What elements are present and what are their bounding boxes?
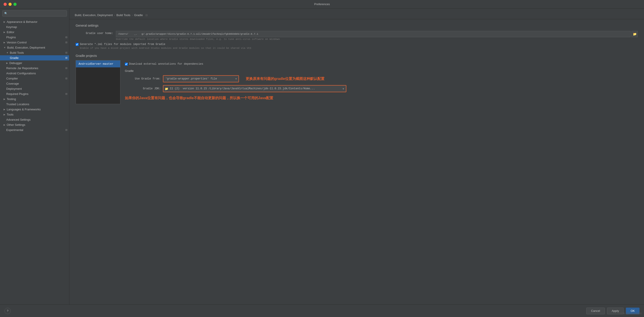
sidebar-item-experimental[interactable]: Experimental ⊟ [0,127,69,133]
sidebar-item-deployment[interactable]: Deployment [0,86,69,91]
use-gradle-from-label: Use Gradle from: [125,77,161,80]
annotation-2-text: 如果你的Java位置有问题，也会导致gradle不能自动更新的问题，所以换一个可… [125,96,633,101]
sidebar-item-tools[interactable]: ▶ Tools [0,112,69,117]
gradle-projects-title: Gradle projects [76,54,638,58]
gradle-user-home-input-row: 📁 [116,31,638,37]
arrow-icon: ▶ [4,113,5,116]
arrow-icon: ▶ [4,31,5,33]
project-item-androidserver[interactable]: AndroidServer-master [76,61,120,67]
settings-icon: ⊟ [65,56,67,59]
main-container: 🔍 ▶ Appearance & Behavior Keymap ▶ Edito… [0,9,644,304]
sidebar-item-label: Gradle [10,56,18,60]
search-icon: 🔍 [4,12,8,15]
content-header: Build, Execution, Deployment › Build Too… [69,9,644,19]
sidebar-item-label: Coverage [6,82,19,85]
gradle-user-home-input[interactable] [116,31,630,37]
sidebar-item-languages[interactable]: ▶ Languages & Frameworks [0,107,69,112]
arrow-icon: ▶ [4,98,5,100]
generate-iml-label: Generate *.iml files for modules importe… [80,43,165,46]
sidebar-item-advanced-settings[interactable]: Advanced Settings [0,117,69,122]
sidebar-item-label: Compiler [6,77,18,80]
sidebar-item-debugger[interactable]: ▶ Debugger [0,61,69,66]
generate-iml-row: Generate *.iml files for modules importe… [76,43,638,46]
project-settings: Download external annotations for depend… [120,60,638,104]
annotation-1-text: 更换原来有问题的gradle位置为截图这种默认配置 [246,77,324,81]
sidebar-item-testing[interactable]: ▶ Testing [0,97,69,102]
breadcrumb-part-2: Build Tools [116,14,130,17]
sidebar-item-other-settings[interactable]: ▶ Other Settings [0,122,69,127]
gradle-jdk-input[interactable] [163,86,346,92]
settings-icon: ⊟ [65,41,67,44]
gradle-user-home-hint: Override the default location where Grad… [116,38,638,41]
use-gradle-from-select[interactable]: 'gradle-wrapper.properties' file Gradle … [163,76,238,82]
sidebar-item-build-execution[interactable]: ▼ Build, Execution, Deployment [0,45,69,50]
window-title: Preferences [314,3,330,6]
sidebar-item-editor[interactable]: ▶ Editor [0,30,69,35]
content-area: Build, Execution, Deployment › Build Too… [69,9,644,304]
use-gradle-from-row: Use Gradle from: 'gradle-wrapper.propert… [125,75,633,82]
sidebar-item-plugins[interactable]: Plugins ⊟ [0,35,69,40]
gradle-jdk-row: Gradle JDK: 📁 ▾ [125,85,633,92]
search-box[interactable]: 🔍 [2,10,67,17]
sidebar-item-label: Deployment [6,87,22,90]
arrow-icon: ▶ [6,62,8,64]
download-annotations-label: Download external annotations for depend… [129,63,203,66]
sidebar-item-trusted-locations[interactable]: Trusted Locations [0,102,69,107]
gradle-jdk-dropdown-btn[interactable]: ▾ [340,86,346,92]
sidebar-item-gradle[interactable]: Gradle ⊟ [0,55,69,61]
sidebar-item-keymap[interactable]: Keymap [0,25,69,30]
sidebar-item-compiler[interactable]: Compiler ⊟ [0,76,69,81]
sidebar-item-label: Experimental [6,128,23,132]
settings-icon: ⊟ [65,129,67,131]
sidebar-item-label: Android Configurations [6,72,36,75]
sidebar-item-label: Debugger [10,61,22,65]
sidebar-item-label: Remote Jar Repositories [6,67,38,70]
minimize-button[interactable] [8,3,12,6]
sidebar-item-version-control[interactable]: ▶ Version Control ⊟ [0,40,69,45]
search-input[interactable] [9,12,65,15]
settings-icon: ⊟ [65,93,67,95]
gradle-user-home-label: Gradle user home: [76,31,116,35]
sidebar-item-remote-jar[interactable]: Remote Jar Repositories ⊟ [0,66,69,71]
breadcrumb-sep-1: › [114,14,115,17]
arrow-icon: ▶ [4,124,5,126]
sidebar-item-label: Build Tools [10,51,24,54]
sidebar-item-label: Testing [7,97,16,101]
download-annotations-checkbox[interactable] [125,63,128,66]
gradle-user-home-row: Gradle user home: 📁 Override the default… [76,31,638,41]
generate-iml-section: Generate *.iml files for modules importe… [76,43,638,50]
sidebar-item-appearance[interactable]: ▶ Appearance & Behavior [0,19,69,25]
sidebar-item-android-config[interactable]: Android Configurations [0,71,69,76]
gradle-user-home-browse-btn[interactable]: 📁 [632,31,638,37]
title-bar: Preferences [0,0,644,9]
gradle-projects-section: Gradle projects AndroidServer-master Dow… [76,54,638,104]
close-button[interactable] [4,3,7,6]
sidebar-item-label: Other Settings [7,123,25,127]
general-settings-title: General settings [76,24,638,27]
breadcrumb-part-3: Gradle [134,14,143,17]
arrow-icon: ▼ [4,46,6,49]
sidebar-item-coverage[interactable]: Coverage [0,81,69,86]
generate-iml-hint: Enable if you have a mixed project with … [80,47,638,50]
sidebar-item-label: Advanced Settings [6,118,30,121]
generate-iml-checkbox[interactable] [76,43,78,46]
gradle-sub-title: Gradle [125,69,633,73]
sidebar-item-build-tools[interactable]: ▼ Build Tools ⊟ [0,50,69,55]
sidebar-item-label: Build, Execution, Deployment [7,46,45,49]
arrow-icon: ▶ [4,21,5,23]
maximize-button[interactable] [14,3,16,6]
gradle-subsection: Gradle Use Gradle from: 'gradle-wrapper.… [125,69,633,101]
sidebar-item-label: Plugins [6,36,16,39]
sidebar-item-required-plugins[interactable]: Required Plugins ⊟ [0,91,69,97]
sidebar-item-label: Trusted Locations [6,103,29,106]
bottom-bar: ? Cancel Apply OK [0,304,644,317]
sidebar-item-label: Keymap [6,25,17,29]
sidebar: 🔍 ▶ Appearance & Behavior Keymap ▶ Edito… [0,9,69,304]
download-annotations-row: Download external annotations for depend… [125,63,633,66]
gradle-user-home-value: 📁 Override the default location where Gr… [116,31,638,41]
cancel-button[interactable]: Cancel [586,307,604,314]
help-button[interactable]: ? [4,308,11,314]
sidebar-item-label: Tools [7,113,14,116]
settings-icon: ⊟ [65,67,67,70]
arrow-icon: ▶ [4,41,5,44]
